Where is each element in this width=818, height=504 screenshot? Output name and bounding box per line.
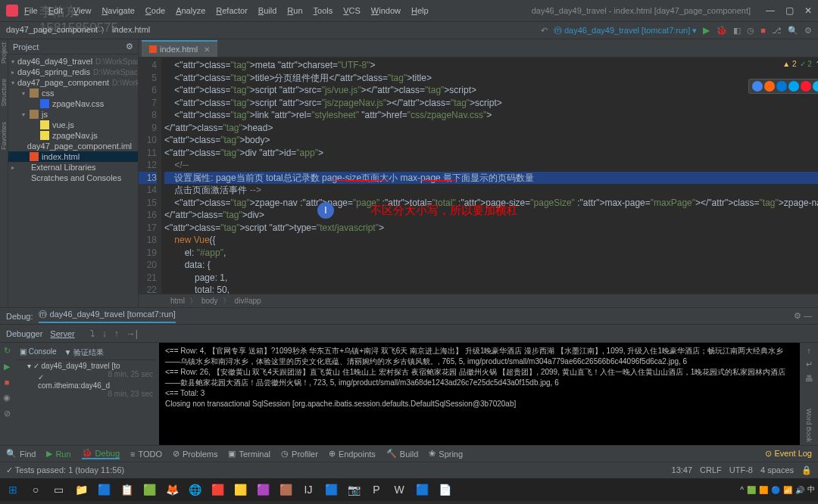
menu-navigate[interactable]: Navigate xyxy=(101,6,134,15)
settings-icon[interactable]: ⚙ xyxy=(804,26,812,36)
problems-button[interactable]: ⊘ Problems xyxy=(173,449,217,459)
app-icon[interactable]: 📋 xyxy=(117,481,136,499)
menu-window[interactable]: Window xyxy=(371,6,401,15)
git-icon[interactable]: ⎇ xyxy=(772,26,782,36)
crumb-project[interactable]: day47_page_component xyxy=(6,25,98,36)
tree-item[interactable]: ▾css xyxy=(8,88,138,98)
task-view-icon[interactable]: ▭ xyxy=(48,481,68,499)
event-log-button[interactable]: ⊙ Event Log xyxy=(765,449,812,459)
chevron-icon[interactable]: ⌃⌄ xyxy=(815,60,818,68)
scroll-icon[interactable]: ↑ xyxy=(807,346,811,355)
crumb-html[interactable]: html xyxy=(170,297,185,305)
tree-item[interactable]: zpageNav.css xyxy=(8,98,138,109)
build-button[interactable]: 🔨 Build xyxy=(386,449,418,459)
chrome-icon[interactable] xyxy=(752,81,763,92)
run-to-cursor-icon[interactable]: →| xyxy=(126,328,138,339)
tree-item[interactable]: ▾day46_day49_travelD:\WorkSpace\ide xyxy=(8,56,138,67)
menu-code[interactable]: Code xyxy=(145,6,165,15)
search-icon[interactable]: ○ xyxy=(26,481,45,499)
profile-icon[interactable]: ◷ xyxy=(747,26,754,36)
ime-icon[interactable]: 中 xyxy=(807,484,815,495)
test-item[interactable]: ▾ ✓ day46_day49_travel [to8 min, 25 sec xyxy=(17,360,156,372)
clear-icon[interactable]: Word Book xyxy=(805,409,813,442)
app-icon[interactable]: 🟦 xyxy=(412,481,432,499)
opera-icon[interactable] xyxy=(801,81,811,92)
debug-icon[interactable]: 🐞 xyxy=(716,25,727,36)
tab-server[interactable]: Server xyxy=(50,329,74,338)
tree-item[interactable]: Scratches and Consoles xyxy=(8,173,138,183)
status-crlf[interactable]: CRLF xyxy=(700,465,722,475)
menu-help[interactable]: Help xyxy=(411,6,429,15)
debug-config[interactable]: ⓜ day46_day49_travel [tomcat7:run] xyxy=(39,309,175,323)
step-into-icon[interactable]: ↓ xyxy=(102,328,107,339)
coverage-icon[interactable]: ◧ xyxy=(733,26,741,36)
terminal-button[interactable]: ▣ Terminal xyxy=(228,449,270,459)
print-icon[interactable]: 🖶 xyxy=(805,374,813,383)
favorites-tool-button[interactable]: Favorites xyxy=(0,122,8,150)
ppt-icon[interactable]: P xyxy=(367,481,386,499)
menu-view[interactable]: View xyxy=(73,6,92,15)
run-config[interactable]: ⓜ day46_day49_travel [tomcat7:run] ▾ xyxy=(554,25,697,36)
wifi-icon[interactable]: 📶 xyxy=(783,486,792,494)
tray-icon[interactable]: 🔵 xyxy=(771,486,780,494)
app-icon[interactable]: 📷 xyxy=(344,481,364,499)
maximize-icon[interactable]: ▢ xyxy=(785,5,794,16)
mute-icon[interactable]: ⊘ xyxy=(4,409,11,418)
firefox-icon[interactable]: 🦊 xyxy=(162,481,182,499)
firefox-icon[interactable] xyxy=(764,81,775,92)
editor-body[interactable]: 4567891011121314151617181920212223242526… xyxy=(139,58,818,294)
tree-item[interactable]: ▸day46_spring_redisD:\WorkSpace\ide xyxy=(8,67,138,77)
safari-icon[interactable] xyxy=(813,81,818,92)
tree-item[interactable]: ▸External Libraries xyxy=(8,162,138,173)
debug-console[interactable]: <== Row: 4, 【官网专享 送箱】?1099秒杀 华东五市+乌镇+南浔 … xyxy=(159,343,800,445)
app-icon[interactable]: 🟪 xyxy=(253,481,273,499)
search-icon[interactable]: 🔍 xyxy=(788,26,798,36)
step-out-icon[interactable]: ↑ xyxy=(114,328,119,339)
tree-item[interactable]: vue.js xyxy=(8,120,138,130)
rerun-icon[interactable]: ↻ xyxy=(4,346,11,356)
tree-item[interactable]: zpageNav.js xyxy=(8,130,138,141)
project-gear-icon[interactable]: ⚙ xyxy=(126,42,133,51)
tab-debugger[interactable]: Debugger xyxy=(6,329,42,338)
editor-tab-index[interactable]: index.html ✕ xyxy=(142,40,217,57)
step-over-icon[interactable]: ⤵ xyxy=(90,328,95,339)
resume-icon[interactable]: ▶ xyxy=(4,362,10,372)
debug-gear-icon[interactable]: ⚙ — xyxy=(794,311,812,321)
endpoints-button[interactable]: ⊕ Endpoints xyxy=(329,449,376,459)
menu-analyze[interactable]: Analyze xyxy=(176,6,205,15)
crumb-file[interactable]: index.html xyxy=(112,25,150,36)
filter-tab[interactable]: ▼ 验证结果 xyxy=(64,347,104,358)
crumb-div[interactable]: div#app xyxy=(235,297,261,305)
intellij-icon[interactable]: IJ xyxy=(298,481,318,499)
chrome-icon[interactable]: 🌐 xyxy=(185,481,204,499)
menu-edit[interactable]: Edit xyxy=(48,6,63,15)
wrap-icon[interactable]: ↵ xyxy=(806,359,813,369)
tray-icon[interactable]: 🟩 xyxy=(747,486,756,494)
tree-item[interactable]: ▾js xyxy=(8,109,138,120)
app-icon[interactable]: 🟥 xyxy=(208,481,227,499)
close-icon[interactable]: ✕ xyxy=(804,5,812,16)
run-icon[interactable]: ▶ xyxy=(703,25,710,36)
menu-build[interactable]: Build xyxy=(258,6,276,15)
minimize-icon[interactable]: — xyxy=(766,5,775,16)
breakpoints-icon[interactable]: ◉ xyxy=(3,393,11,403)
word-icon[interactable]: W xyxy=(389,481,409,499)
ie-icon[interactable] xyxy=(788,81,799,92)
start-icon[interactable]: ⊞ xyxy=(3,481,23,499)
app-icon[interactable]: 🟦 xyxy=(321,481,341,499)
menu-tools[interactable]: Tools xyxy=(314,6,333,15)
ok-icon[interactable]: ✓ 2 xyxy=(800,60,812,68)
structure-tool-button[interactable]: Structure xyxy=(0,79,8,107)
volume-icon[interactable]: 🔊 xyxy=(795,486,804,494)
edge-icon[interactable] xyxy=(776,81,787,92)
menu-run[interactable]: Run xyxy=(287,6,302,15)
menu-refactor[interactable]: Refactor xyxy=(216,6,248,15)
console-tab[interactable]: ▣ Console xyxy=(20,347,56,358)
project-tool-button[interactable]: Project xyxy=(0,42,8,64)
app-icon[interactable]: 📄 xyxy=(435,481,454,499)
status-indent[interactable]: 4 spaces xyxy=(760,465,794,475)
tree-item[interactable]: day47_page_component.iml xyxy=(8,141,138,151)
lock-icon[interactable]: 🔒 xyxy=(801,465,812,475)
tray-icon[interactable]: 🟧 xyxy=(759,486,768,494)
tree-item[interactable]: ▾day47_page_componentD:\WorkSpace\ide xyxy=(8,77,138,88)
